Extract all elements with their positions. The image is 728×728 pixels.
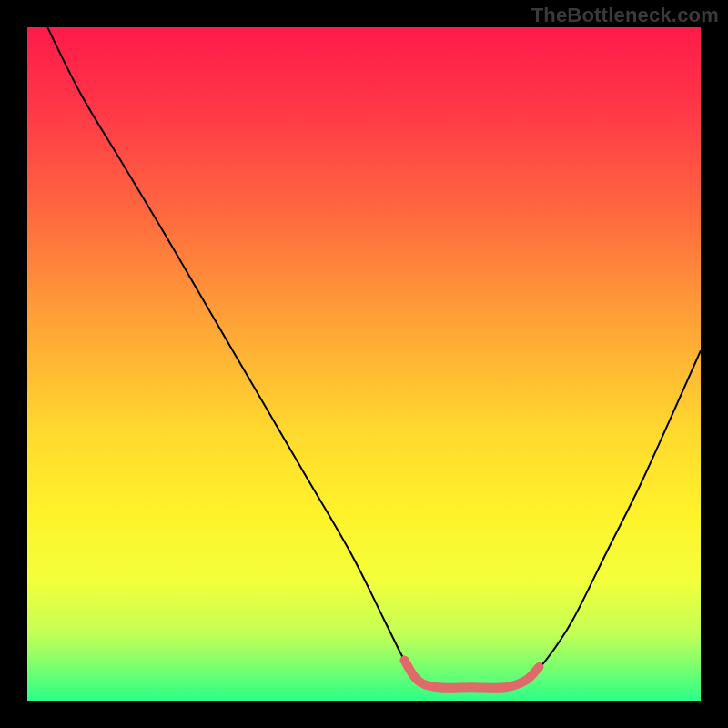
chart-background [27,27,701,701]
chart-svg [27,27,701,701]
watermark-text: TheBottleneck.com [531,4,719,27]
chart-container: TheBottleneck.com [0,0,728,728]
plot-area [27,27,701,701]
